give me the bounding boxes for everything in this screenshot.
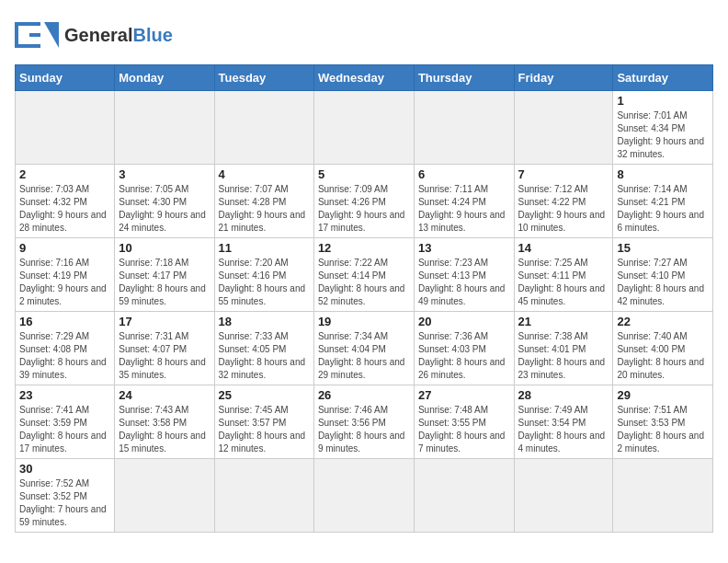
calendar-cell: 20Sunrise: 7:36 AM Sunset: 4:03 PM Dayli… [414, 312, 514, 385]
day-info: Sunrise: 7:20 AM Sunset: 4:16 PM Dayligh… [219, 257, 310, 308]
day-info: Sunrise: 7:52 AM Sunset: 3:52 PM Dayligh… [19, 477, 110, 529]
calendar-cell [414, 91, 514, 165]
day-number: 29 [617, 388, 709, 402]
day-info: Sunrise: 7:22 AM Sunset: 4:14 PM Dayligh… [318, 257, 410, 308]
day-number: 11 [219, 241, 310, 255]
calendar-cell: 24Sunrise: 7:43 AM Sunset: 3:58 PM Dayli… [115, 385, 214, 459]
calendar-cell: 5Sunrise: 7:09 AM Sunset: 4:26 PM Daylig… [313, 165, 414, 238]
day-info: Sunrise: 7:36 AM Sunset: 4:03 PM Dayligh… [418, 330, 510, 382]
day-number: 8 [617, 167, 709, 181]
calendar-cell [214, 459, 313, 533]
weekday-header-tuesday: Tuesday [214, 65, 313, 91]
day-info: Sunrise: 7:12 AM Sunset: 4:22 PM Dayligh… [518, 183, 609, 235]
calendar-cell: 8Sunrise: 7:14 AM Sunset: 4:21 PM Daylig… [613, 165, 713, 238]
day-number: 27 [418, 388, 510, 402]
logo: GeneralBlue [15, 15, 173, 55]
day-number: 7 [518, 167, 609, 181]
calendar-cell: 19Sunrise: 7:34 AM Sunset: 4:04 PM Dayli… [313, 312, 414, 385]
calendar-cell: 29Sunrise: 7:51 AM Sunset: 3:53 PM Dayli… [613, 385, 713, 459]
calendar-cell [313, 459, 414, 533]
day-number: 21 [518, 315, 609, 328]
day-number: 1 [617, 94, 709, 108]
day-info: Sunrise: 7:11 AM Sunset: 4:24 PM Dayligh… [418, 183, 510, 235]
calendar-header: SundayMondayTuesdayWednesdayThursdayFrid… [16, 65, 713, 91]
day-number: 24 [119, 388, 210, 402]
day-info: Sunrise: 7:29 AM Sunset: 4:08 PM Dayligh… [19, 330, 110, 382]
day-number: 13 [418, 241, 510, 255]
day-number: 25 [219, 388, 310, 402]
day-info: Sunrise: 7:01 AM Sunset: 4:34 PM Dayligh… [617, 109, 709, 161]
svg-marker-4 [44, 22, 59, 48]
day-info: Sunrise: 7:03 AM Sunset: 4:32 PM Dayligh… [19, 183, 110, 235]
day-number: 19 [318, 315, 410, 328]
calendar-cell [514, 91, 613, 165]
calendar-cell: 11Sunrise: 7:20 AM Sunset: 4:16 PM Dayli… [214, 238, 313, 312]
calendar-cell: 28Sunrise: 7:49 AM Sunset: 3:54 PM Dayli… [514, 385, 613, 459]
calendar-cell: 13Sunrise: 7:23 AM Sunset: 4:13 PM Dayli… [414, 238, 514, 312]
calendar-cell: 26Sunrise: 7:46 AM Sunset: 3:56 PM Dayli… [313, 385, 414, 459]
day-number: 20 [418, 315, 510, 328]
calendar-cell [214, 91, 313, 165]
calendar-cell: 22Sunrise: 7:40 AM Sunset: 4:00 PM Dayli… [613, 312, 713, 385]
week-row-1: 2Sunrise: 7:03 AM Sunset: 4:32 PM Daylig… [16, 165, 713, 238]
weekday-header-wednesday: Wednesday [313, 65, 414, 91]
week-row-3: 16Sunrise: 7:29 AM Sunset: 4:08 PM Dayli… [16, 312, 713, 385]
day-number: 28 [518, 388, 609, 402]
day-info: Sunrise: 7:09 AM Sunset: 4:26 PM Dayligh… [318, 183, 410, 235]
svg-rect-2 [15, 44, 40, 48]
header: GeneralBlue [15, 15, 713, 55]
day-number: 16 [19, 315, 110, 328]
day-info: Sunrise: 7:33 AM Sunset: 4:05 PM Dayligh… [219, 330, 310, 382]
day-number: 23 [19, 388, 110, 402]
day-info: Sunrise: 7:40 AM Sunset: 4:00 PM Dayligh… [617, 330, 709, 382]
day-info: Sunrise: 7:41 AM Sunset: 3:59 PM Dayligh… [19, 404, 110, 455]
day-info: Sunrise: 7:18 AM Sunset: 4:17 PM Dayligh… [119, 257, 210, 308]
calendar-cell [313, 91, 414, 165]
svg-rect-0 [15, 22, 40, 26]
calendar-cell: 6Sunrise: 7:11 AM Sunset: 4:24 PM Daylig… [414, 165, 514, 238]
calendar-cell: 1Sunrise: 7:01 AM Sunset: 4:34 PM Daylig… [613, 91, 713, 165]
day-info: Sunrise: 7:07 AM Sunset: 4:28 PM Dayligh… [219, 183, 310, 235]
day-number: 3 [119, 167, 210, 181]
day-info: Sunrise: 7:46 AM Sunset: 3:56 PM Dayligh… [318, 404, 410, 455]
calendar-cell [115, 459, 214, 533]
calendar-cell: 30Sunrise: 7:52 AM Sunset: 3:52 PM Dayli… [16, 459, 115, 533]
day-number: 18 [219, 315, 310, 328]
calendar-cell: 17Sunrise: 7:31 AM Sunset: 4:07 PM Dayli… [115, 312, 214, 385]
day-number: 5 [318, 167, 410, 181]
calendar-cell [414, 459, 514, 533]
calendar-cell: 7Sunrise: 7:12 AM Sunset: 4:22 PM Daylig… [514, 165, 613, 238]
day-number: 17 [119, 315, 210, 328]
calendar-body: 1Sunrise: 7:01 AM Sunset: 4:34 PM Daylig… [16, 91, 713, 533]
calendar-cell: 15Sunrise: 7:27 AM Sunset: 4:10 PM Dayli… [613, 238, 713, 312]
week-row-4: 23Sunrise: 7:41 AM Sunset: 3:59 PM Dayli… [16, 385, 713, 459]
calendar-cell: 12Sunrise: 7:22 AM Sunset: 4:14 PM Dayli… [313, 238, 414, 312]
day-number: 14 [518, 241, 609, 255]
week-row-5: 30Sunrise: 7:52 AM Sunset: 3:52 PM Dayli… [16, 459, 713, 533]
day-number: 22 [617, 315, 709, 328]
calendar-cell: 9Sunrise: 7:16 AM Sunset: 4:19 PM Daylig… [16, 238, 115, 312]
day-info: Sunrise: 7:49 AM Sunset: 3:54 PM Dayligh… [518, 404, 609, 455]
calendar-cell: 2Sunrise: 7:03 AM Sunset: 4:32 PM Daylig… [16, 165, 115, 238]
calendar-cell [613, 459, 713, 533]
day-number: 2 [19, 167, 110, 181]
week-row-2: 9Sunrise: 7:16 AM Sunset: 4:19 PM Daylig… [16, 238, 713, 312]
week-row-0: 1Sunrise: 7:01 AM Sunset: 4:34 PM Daylig… [16, 91, 713, 165]
day-info: Sunrise: 7:25 AM Sunset: 4:11 PM Dayligh… [518, 257, 609, 308]
calendar-cell: 3Sunrise: 7:05 AM Sunset: 4:30 PM Daylig… [115, 165, 214, 238]
calendar-cell: 21Sunrise: 7:38 AM Sunset: 4:01 PM Dayli… [514, 312, 613, 385]
calendar-cell: 16Sunrise: 7:29 AM Sunset: 4:08 PM Dayli… [16, 312, 115, 385]
calendar-cell: 10Sunrise: 7:18 AM Sunset: 4:17 PM Dayli… [115, 238, 214, 312]
day-number: 4 [219, 167, 310, 181]
calendar-cell: 18Sunrise: 7:33 AM Sunset: 4:05 PM Dayli… [214, 312, 313, 385]
logo-text: GeneralBlue [64, 25, 173, 45]
calendar-cell: 27Sunrise: 7:48 AM Sunset: 3:55 PM Dayli… [414, 385, 514, 459]
svg-rect-1 [15, 22, 18, 48]
weekday-header-row: SundayMondayTuesdayWednesdayThursdayFrid… [16, 65, 713, 91]
calendar-cell [115, 91, 214, 165]
day-info: Sunrise: 7:16 AM Sunset: 4:19 PM Dayligh… [19, 257, 110, 308]
weekday-header-saturday: Saturday [613, 65, 713, 91]
day-info: Sunrise: 7:43 AM Sunset: 3:58 PM Dayligh… [119, 404, 210, 455]
calendar-table: SundayMondayTuesdayWednesdayThursdayFrid… [15, 64, 713, 533]
calendar-cell: 4Sunrise: 7:07 AM Sunset: 4:28 PM Daylig… [214, 165, 313, 238]
